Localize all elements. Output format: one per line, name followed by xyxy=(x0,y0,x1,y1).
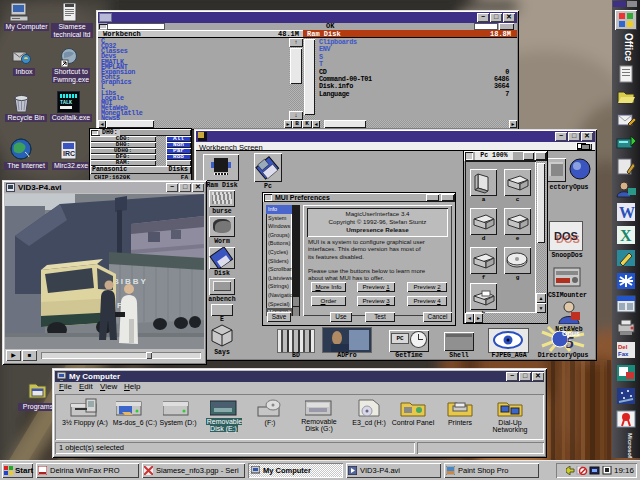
svg-text:IRC: IRC xyxy=(63,150,75,157)
svg-text:X: X xyxy=(620,227,632,244)
svg-text:W: W xyxy=(619,204,635,221)
svg-text:Del: Del xyxy=(618,344,628,350)
svg-text:Fax: Fax xyxy=(618,351,629,357)
